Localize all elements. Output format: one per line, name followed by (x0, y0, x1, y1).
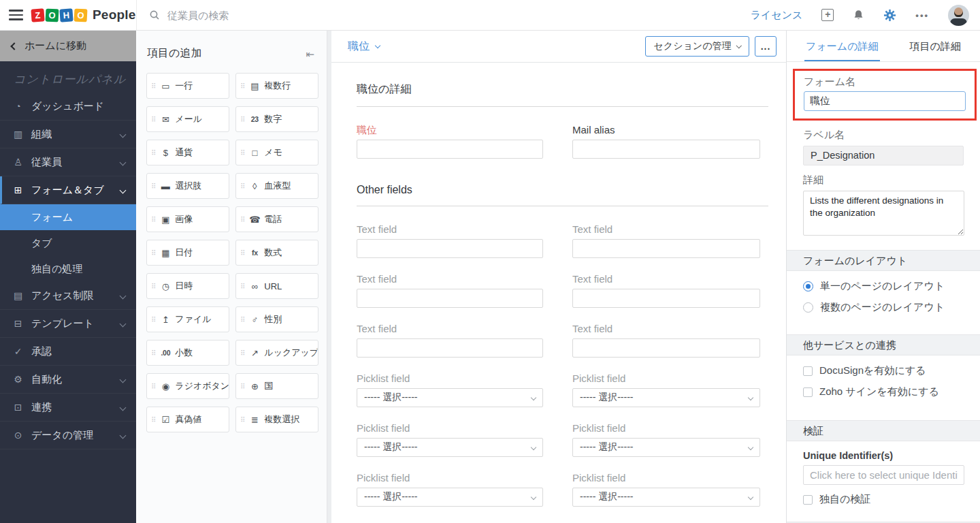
custom-validation-checkbox-row[interactable]: 独自の検証 (803, 493, 980, 506)
drag-handle-icon[interactable]: ⠿ (240, 183, 245, 190)
sidebar-item-integration[interactable]: ⊡連携 (0, 394, 136, 422)
palette-field-country[interactable]: ⠿⊕国 (235, 373, 318, 399)
checkbox-icon[interactable] (803, 387, 813, 397)
palette-field-decimal[interactable]: ⠿.00小数 (146, 340, 229, 366)
sidebar-item-approval[interactable]: ✓承認 (0, 338, 136, 366)
sidebar-item-dashboard[interactable]: ◔ダッシュボード (0, 93, 136, 121)
palette-field-gender[interactable]: ⠿♂性別 (235, 306, 318, 332)
field-text-input[interactable] (357, 338, 543, 358)
field-picklist-select[interactable]: ----- 選択----- (572, 488, 760, 507)
sidebar-subitem[interactable]: タブ (0, 230, 136, 256)
hamburger-menu-icon[interactable] (9, 10, 23, 20)
palette-field-lookup[interactable]: ⠿↗ルックアップ (235, 340, 318, 366)
checkbox-icon[interactable] (803, 366, 813, 376)
radio-icon[interactable] (803, 302, 813, 313)
checkbox-icon[interactable] (803, 495, 813, 505)
sidebar-item-data-management[interactable]: ⊙データの管理 (0, 422, 136, 449)
palette-field-email[interactable]: ⠿✉メール (146, 106, 229, 132)
drag-handle-icon[interactable]: ⠿ (240, 349, 245, 357)
palette-field-multi-select[interactable]: ⠿≣複数選択 (235, 407, 318, 432)
sidebar-subitem[interactable]: フォーム (0, 204, 136, 230)
integration-option-row[interactable]: Zoho サインを有効にする (803, 385, 980, 398)
drag-handle-icon[interactable]: ⠿ (240, 149, 245, 157)
notifications-bell-icon[interactable] (853, 10, 864, 21)
drag-handle-icon[interactable]: ⠿ (151, 82, 156, 90)
field-picklist-select[interactable]: ----- 選択----- (357, 488, 543, 507)
collapse-panel-icon[interactable]: ⇤ (306, 48, 314, 61)
palette-field-currency[interactable]: ⠿$通貨 (146, 140, 229, 165)
drag-handle-icon[interactable]: ⠿ (151, 383, 156, 390)
drag-handle-icon[interactable]: ⠿ (151, 116, 156, 123)
integration-option-row[interactable]: DocuSignを有効にする (803, 364, 980, 377)
palette-field-blood-group[interactable]: ⠿◊血液型 (235, 173, 318, 199)
drag-handle-icon[interactable]: ⠿ (240, 316, 245, 323)
palette-field-picklist[interactable]: ⠿▬選択肢 (146, 173, 229, 199)
drag-handle-icon[interactable]: ⠿ (151, 316, 156, 323)
user-avatar[interactable] (948, 5, 969, 26)
sidebar-item-access-restriction[interactable]: ▤アクセス制限 (0, 282, 136, 310)
palette-field-radio-button[interactable]: ⠿◉ラジオボタン (146, 373, 229, 399)
description-textarea[interactable]: Lists the different designations in the … (803, 191, 964, 236)
field-text-input[interactable] (357, 289, 543, 308)
field-picklist-select[interactable]: ----- 選択----- (572, 438, 760, 457)
sidebar-item-organization[interactable]: ▥組織 (0, 121, 136, 148)
drag-handle-icon[interactable]: ⠿ (151, 349, 156, 357)
tab-field-details[interactable]: 項目の詳細 (909, 31, 962, 61)
palette-field-multi-line[interactable]: ⠿▤複数行 (235, 73, 318, 99)
palette-field-boolean[interactable]: ⠿☑真偽値 (146, 407, 229, 432)
field-text-input[interactable] (572, 289, 760, 308)
layout-option-row[interactable]: 複数のページのレイアウト (803, 301, 980, 314)
palette-field-date[interactable]: ⠿▦日付 (146, 240, 229, 266)
layout-option-row[interactable]: 単一のページのレイアウト (803, 280, 980, 293)
drag-handle-icon[interactable]: ⠿ (151, 183, 156, 190)
sidebar-item-employee[interactable]: ♙従業員 (0, 148, 136, 176)
back-to-home[interactable]: ホームに移動 (0, 31, 136, 61)
radio-icon[interactable] (803, 281, 813, 291)
sidebar-item-forms-tabs[interactable]: ⊞フォーム＆タブ (0, 176, 136, 204)
field-picklist-select[interactable]: ----- 選択----- (572, 388, 760, 407)
drag-handle-icon[interactable]: ⠿ (240, 416, 245, 424)
field-picklist-select[interactable]: ----- 選択----- (357, 388, 543, 407)
more-actions-button[interactable]: ... (755, 36, 777, 57)
palette-field-phone[interactable]: ⠿☎電話 (235, 206, 318, 232)
form-name-input[interactable] (804, 91, 966, 111)
field-text-input[interactable] (572, 239, 760, 258)
field-text-input[interactable] (572, 338, 760, 358)
sidebar-item-automation[interactable]: ⚙自動化 (0, 366, 136, 394)
manage-sections-button[interactable]: セクションの管理 (645, 36, 749, 57)
palette-field-formula[interactable]: ⠿fx数式 (235, 240, 318, 266)
palette-field-number[interactable]: ⠿23数字 (235, 106, 318, 132)
field-label: Picklist field (357, 422, 543, 434)
tab-form-details[interactable]: フォームの詳細 (804, 31, 879, 61)
drag-handle-icon[interactable]: ⠿ (240, 116, 245, 123)
drag-handle-icon[interactable]: ⠿ (240, 283, 245, 290)
sidebar-subitem[interactable]: 独自の処理 (0, 256, 136, 282)
palette-field-datetime[interactable]: ⠿◷日時 (146, 273, 229, 299)
drag-handle-icon[interactable]: ⠿ (240, 216, 245, 223)
field-text-input[interactable] (572, 140, 760, 159)
drag-handle-icon[interactable]: ⠿ (151, 149, 156, 157)
more-options-icon[interactable]: ••• (915, 10, 929, 20)
palette-field-url[interactable]: ⠿∞URL (235, 273, 318, 299)
palette-field-file-upload[interactable]: ⠿↥ファイル (146, 306, 229, 332)
form-selector-dropdown[interactable]: 職位 (348, 39, 380, 54)
palette-field-image[interactable]: ⠿▣画像 (146, 206, 229, 232)
drag-handle-icon[interactable]: ⠿ (151, 416, 156, 424)
drag-handle-icon[interactable]: ⠿ (240, 249, 245, 257)
drag-handle-icon[interactable]: ⠿ (240, 383, 245, 390)
drag-handle-icon[interactable]: ⠿ (151, 216, 156, 223)
palette-field-single-line[interactable]: ⠿▭一行 (146, 73, 229, 99)
field-picklist-select[interactable]: ----- 選択----- (357, 438, 543, 457)
drag-handle-icon[interactable]: ⠿ (240, 82, 245, 90)
search-input[interactable] (167, 10, 508, 21)
add-new-icon[interactable]: + (821, 9, 834, 21)
field-text-input[interactable] (357, 140, 543, 159)
palette-field-memo[interactable]: ⠿□メモ (235, 140, 318, 165)
license-link[interactable]: ライセンス (751, 9, 803, 22)
unique-identifier-input[interactable] (803, 465, 964, 485)
settings-gear-icon[interactable] (883, 9, 896, 22)
sidebar-item-template[interactable]: ⊟テンプレート (0, 310, 136, 338)
drag-handle-icon[interactable]: ⠿ (151, 249, 156, 257)
field-text-input[interactable] (357, 239, 543, 258)
drag-handle-icon[interactable]: ⠿ (151, 283, 156, 290)
